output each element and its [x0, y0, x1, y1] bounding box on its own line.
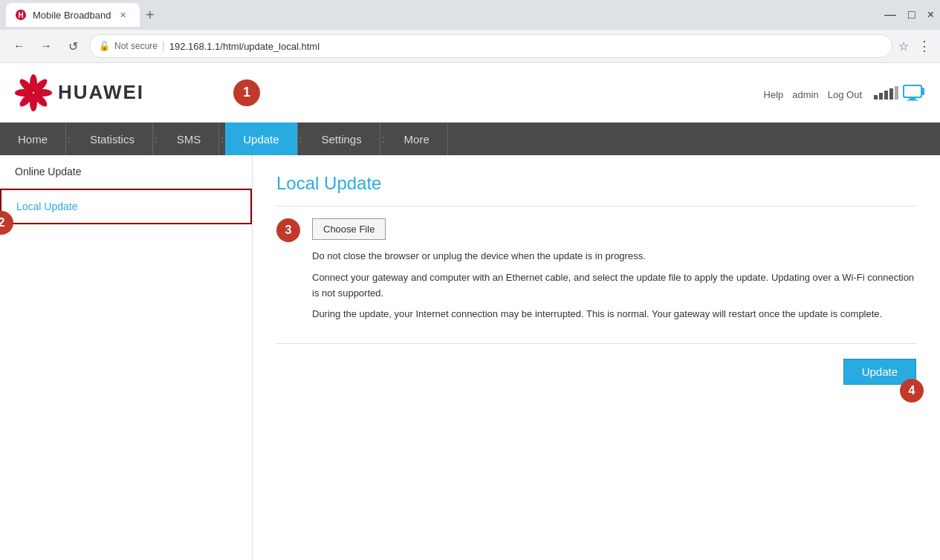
signal-bar-3 [884, 91, 888, 100]
brand-name: HUAWEI [58, 81, 144, 104]
signal-area [874, 85, 925, 101]
main-content: Local Update 3 Choose File Do not close … [253, 155, 940, 560]
info-text-2: Connect your gateway and computer with a… [312, 270, 916, 302]
sidebar: Online Update Local Update 2 [0, 155, 253, 560]
url-security-text: Not secure [114, 41, 158, 51]
nav-sep-3: : [219, 123, 225, 155]
svg-rect-13 [922, 88, 924, 95]
nav-home[interactable]: Home [0, 123, 66, 155]
svg-text:H: H [18, 11, 23, 19]
sidebar-item-online-update[interactable]: Online Update [0, 155, 252, 189]
close-button[interactable]: × [927, 8, 934, 22]
browser-menu-button[interactable]: ⋮ [918, 38, 931, 54]
nav-sep-2: : [153, 123, 159, 155]
header-admin: admin [792, 89, 818, 100]
main-layout: Online Update Local Update 2 Local Updat… [0, 155, 940, 560]
signal-bar-5 [895, 86, 898, 100]
url-separator: | [162, 40, 165, 52]
maximize-button[interactable]: □ [908, 8, 915, 22]
url-input[interactable] [169, 41, 883, 52]
address-bar: ← → ↺ 🔓 Not secure | ☆ ⋮ [0, 30, 940, 62]
browser-chrome: H Mobile Broadband × + — □ × ← → ↺ 🔓 Not… [0, 0, 940, 63]
signal-bars [874, 86, 898, 100]
bookmark-button[interactable]: ☆ [898, 39, 909, 53]
refresh-button[interactable]: ↺ [62, 36, 83, 56]
annotation-badge-4: 4 [900, 379, 924, 403]
back-button[interactable]: ← [9, 36, 30, 56]
nav-sep-4: : [298, 123, 304, 155]
window-controls: — □ × [884, 8, 934, 22]
nav-settings[interactable]: Settings [303, 123, 380, 155]
nav-sep-5: : [380, 123, 386, 155]
logo-area: HUAWEI [15, 74, 144, 111]
huawei-logo-icon [15, 74, 52, 111]
browser-tab[interactable]: H Mobile Broadband × [6, 3, 140, 27]
annotation-badge-1: 1 [233, 79, 260, 106]
file-section: 3 Choose File Do not close the browser o… [276, 218, 916, 328]
nav-sep-1: : [66, 123, 72, 155]
title-divider [276, 206, 916, 206]
svg-rect-11 [910, 97, 915, 100]
info-text-3: During the update, your Internet connect… [312, 307, 916, 322]
new-tab-button[interactable]: + [146, 7, 155, 24]
site-header: HUAWEI 1 Help admin Log Out [0, 63, 940, 123]
security-icon: 🔓 [99, 41, 110, 51]
sidebar-item-local-update[interactable]: Local Update 2 [0, 189, 252, 224]
nav-more[interactable]: More [386, 123, 448, 155]
minimize-button[interactable]: — [884, 8, 896, 22]
title-bar: H Mobile Broadband × + — □ × [0, 0, 940, 30]
tab-close-button[interactable]: × [120, 9, 126, 21]
forward-button[interactable]: → [36, 36, 56, 56]
page-title: Local Update [276, 173, 916, 194]
header-links: Help admin Log Out [764, 89, 862, 100]
main-nav: Home : Statistics : SMS : Update : Setti… [0, 123, 940, 155]
signal-bar-1 [874, 95, 878, 100]
tab-favicon: H [15, 9, 27, 21]
annotation-badge-2: 2 [0, 211, 13, 235]
signal-bar-4 [889, 88, 893, 100]
signal-bar-2 [879, 93, 883, 100]
header-right: Help admin Log Out [764, 85, 925, 101]
update-section: Update 4 [276, 359, 916, 385]
tab-title: Mobile Broadband [33, 10, 111, 21]
sidebar-local-update-label: Local Update [16, 201, 78, 212]
file-content: Choose File Do not close the browser or … [312, 218, 916, 328]
url-bar[interactable]: 🔓 Not secure | [89, 34, 892, 58]
page-content: HUAWEI 1 Help admin Log Out [0, 63, 940, 560]
annotation-badge-3: 3 [276, 218, 300, 242]
monitor-icon [903, 85, 925, 101]
content-divider [276, 343, 916, 344]
nav-statistics[interactable]: Statistics [72, 123, 153, 155]
nav-sms[interactable]: SMS [159, 123, 220, 155]
svg-rect-10 [904, 85, 921, 97]
logout-link[interactable]: Log Out [828, 89, 862, 100]
help-link[interactable]: Help [764, 89, 784, 100]
svg-rect-12 [907, 100, 918, 101]
sidebar-online-update-label: Online Update [15, 166, 82, 178]
choose-file-button[interactable]: Choose File [312, 218, 386, 240]
info-text-1: Do not close the browser or unplug the d… [312, 249, 916, 264]
nav-update[interactable]: Update [225, 123, 297, 155]
